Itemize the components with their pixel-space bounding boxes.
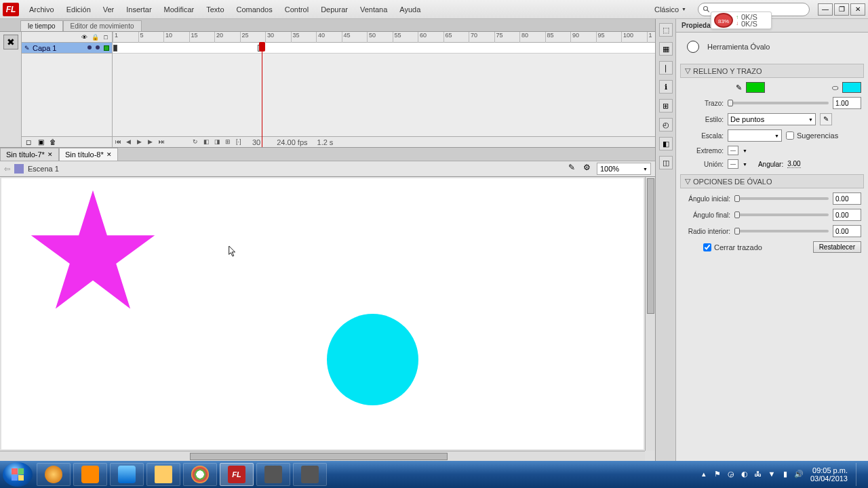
start-angle-input[interactable] (833, 192, 861, 205)
network-icon[interactable]: 🖧 (753, 470, 763, 479)
tool-button[interactable]: ℹ (659, 80, 673, 94)
back-arrow-icon[interactable]: ⇦ (4, 165, 10, 174)
flag-icon[interactable]: ⚑ (713, 470, 722, 479)
outline-square[interactable] (104, 45, 109, 51)
delete-layer-button[interactable]: 🗑 (49, 138, 57, 146)
new-layer-button[interactable]: ◻ (24, 138, 33, 146)
star-shape[interactable] (25, 186, 161, 315)
start-button[interactable] (3, 462, 33, 487)
shield-icon[interactable]: ▼ (767, 470, 776, 479)
volume-icon[interactable]: 🔊 (794, 470, 804, 479)
edit-scene-button[interactable]: ✎ (566, 163, 578, 175)
play-button[interactable]: ▶ (137, 138, 145, 146)
marker-button[interactable]: [·] (236, 138, 244, 146)
reset-button[interactable]: Restablecer (813, 241, 861, 253)
layer-track[interactable] (113, 43, 655, 54)
slider-thumb[interactable] (734, 228, 740, 235)
inner-radius-input[interactable] (833, 225, 861, 237)
restore-button[interactable]: ❐ (834, 3, 849, 16)
tool-button[interactable]: ◴ (659, 118, 673, 131)
tray-up-icon[interactable]: ▴ (699, 470, 709, 479)
taskbar-app[interactable] (110, 463, 144, 486)
battery-icon[interactable]: ▮ (781, 470, 790, 479)
edit-multi-button[interactable]: ⊞ (225, 138, 233, 146)
frames-ruler[interactable]: 1510152025303540455055606570758085909510… (113, 32, 655, 43)
close-path-checkbox[interactable]: Cerrar trazado (703, 243, 762, 251)
scrollbar-thumb[interactable] (647, 178, 654, 314)
outline-icon[interactable]: □ (102, 34, 109, 41)
first-frame-button[interactable]: ⏮ (115, 138, 123, 146)
taskbar-app[interactable] (37, 463, 71, 486)
doc-tab[interactable]: Sin título-8* ✕ (59, 148, 118, 161)
end-angle-slider[interactable] (734, 214, 829, 216)
vertical-scrollbar[interactable] (645, 177, 655, 451)
cap-select[interactable]: — (728, 146, 738, 155)
close-icon[interactable]: ✕ (106, 151, 112, 158)
prev-frame-button[interactable]: ◀ (126, 138, 134, 146)
menu-texto[interactable]: Texto (200, 3, 230, 16)
tool-button[interactable]: ◧ (659, 137, 673, 150)
lock-dot[interactable] (96, 45, 100, 49)
doc-tab[interactable]: Sin título-7* ✕ (0, 148, 59, 161)
slider-thumb[interactable] (734, 195, 740, 202)
menu-modificar[interactable]: Modificar (158, 3, 201, 16)
menu-comandos[interactable]: Comandos (231, 3, 279, 16)
tool-button[interactable]: ◫ (659, 156, 673, 169)
next-frame-button[interactable]: ▶ (148, 138, 156, 146)
menu-ver[interactable]: Ver (97, 3, 121, 16)
edit-tool-icon[interactable]: ✖ (3, 35, 18, 49)
visibility-dot[interactable] (87, 45, 92, 49)
section-oval-options[interactable]: ▽ OPCIONES DE ÓVALO (680, 174, 864, 188)
start-angle-slider[interactable] (734, 197, 829, 200)
section-fill-stroke[interactable]: ▽ RELLENO Y TRAZO (680, 64, 864, 78)
keyframe[interactable] (113, 45, 117, 52)
hints-checkbox[interactable]: Sugerencias (786, 131, 838, 140)
loop-button[interactable]: ↻ (193, 138, 201, 146)
stroke-slider[interactable] (728, 102, 829, 104)
menu-archivo[interactable]: Archivo (23, 3, 60, 16)
lock-icon[interactable]: 🔒 (92, 34, 98, 41)
tool-button[interactable]: ⊞ (659, 99, 673, 113)
frames-area[interactable]: 1510152025303540455055606570758085909510… (113, 32, 655, 147)
workspace-selector[interactable]: Clásico ▼ (648, 3, 692, 16)
taskbar-app[interactable] (146, 463, 180, 486)
join-select[interactable]: — (728, 159, 738, 169)
menu-ayuda[interactable]: Ayuda (393, 3, 427, 16)
taskbar-app[interactable] (73, 463, 107, 486)
scrollbar-thumb[interactable] (190, 453, 448, 460)
slider-thumb[interactable] (728, 100, 733, 106)
menu-edicion[interactable]: Edición (60, 3, 97, 16)
onion-outline-button[interactable]: ◨ (214, 138, 222, 146)
tool-button[interactable]: ❘ (659, 61, 673, 75)
end-angle-input[interactable] (833, 209, 861, 221)
tool-button[interactable]: ⬚ (659, 23, 673, 37)
taskbar-app[interactable] (293, 463, 327, 486)
close-icon[interactable]: ✕ (47, 151, 53, 158)
zoom-select[interactable]: 100% ▼ (597, 163, 651, 175)
onion-skin-button[interactable]: ◧ (203, 138, 212, 146)
clock[interactable]: 09:05 p.m. 03/04/2013 (810, 466, 848, 483)
layer-row[interactable]: ✎ Capa 1 (22, 43, 112, 54)
edit-style-button[interactable]: ✎ (820, 113, 832, 125)
tray-icon[interactable]: ◶ (726, 470, 736, 479)
tab-timeline[interactable]: le tiempo (20, 20, 63, 31)
tool-button[interactable]: ▦ (659, 42, 673, 56)
show-desktop-button[interactable] (856, 463, 861, 486)
stage[interactable] (1, 178, 644, 449)
taskbar-app[interactable] (256, 463, 290, 486)
inner-radius-slider[interactable] (734, 230, 829, 232)
taskbar-app[interactable] (183, 463, 217, 486)
new-folder-button[interactable]: ▣ (37, 138, 45, 146)
menu-insertar[interactable]: Insertar (120, 3, 157, 16)
horizontal-scrollbar[interactable] (0, 451, 645, 461)
style-select[interactable]: De puntos ▼ (728, 113, 816, 125)
tray-icon[interactable]: ◐ (740, 470, 749, 479)
taskbar-app-flash[interactable]: FL (220, 463, 254, 486)
properties-tab[interactable]: Propiedades (676, 19, 868, 33)
last-frame-button[interactable]: ⏭ (159, 138, 167, 146)
menu-control[interactable]: Control (279, 3, 315, 16)
tab-motion-editor[interactable]: Editor de movimiento (63, 20, 142, 31)
edit-symbol-button[interactable]: ⚙ (580, 163, 593, 175)
playhead[interactable] (262, 43, 262, 147)
oval-shape[interactable] (327, 314, 418, 405)
